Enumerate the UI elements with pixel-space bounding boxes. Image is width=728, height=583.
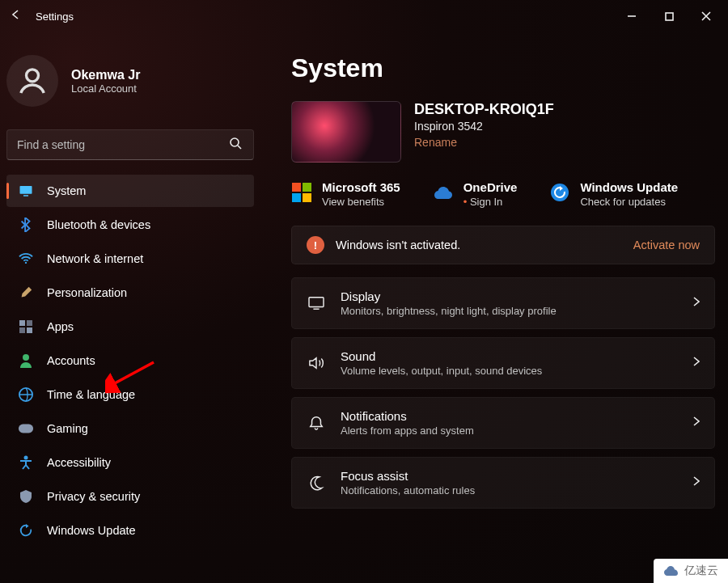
- svg-rect-0: [666, 13, 673, 20]
- moon-icon: [307, 475, 326, 491]
- shield-icon: [18, 488, 34, 505]
- tile-label: Windows Update: [580, 180, 678, 194]
- card-title: Focus assist: [341, 469, 475, 483]
- sidebar-item-apps[interactable]: Apps: [6, 311, 254, 343]
- sidebar-item-label: Windows Update: [47, 524, 136, 537]
- svg-point-5: [25, 262, 27, 264]
- alert-icon: !: [307, 236, 324, 254]
- update-icon: [549, 182, 570, 203]
- cloud-icon: [433, 182, 454, 203]
- sidebar-item-system[interactable]: System: [6, 175, 254, 207]
- settings-card-display[interactable]: DisplayMonitors, brightness, night light…: [291, 277, 715, 329]
- svg-point-2: [231, 138, 239, 146]
- sidebar-item-label: Accessibility: [47, 456, 111, 469]
- sidebar: Okemwa Jr Local Account SystemBluetooth …: [0, 32, 259, 583]
- tile-label: Microsoft 365: [322, 180, 400, 194]
- sidebar-item-privacy-security[interactable]: Privacy & security: [6, 480, 254, 513]
- sound-icon: [307, 356, 326, 370]
- accessibility-icon: [18, 454, 34, 471]
- sidebar-item-label: Accounts: [47, 354, 95, 367]
- sidebar-item-windows-update[interactable]: Windows Update: [6, 514, 254, 547]
- sidebar-item-label: Gaming: [47, 422, 88, 435]
- device-wallpaper-thumb: [291, 101, 401, 163]
- card-title: Notifications: [341, 409, 474, 423]
- search-input[interactable]: [7, 138, 218, 151]
- card-sub: Monitors, brightness, night light, displ…: [341, 305, 557, 317]
- minimize-button[interactable]: [613, 3, 650, 29]
- main-panel: System DESKTOP-KROIQ1F Inspiron 3542 Ren…: [259, 32, 728, 583]
- device-info: DESKTOP-KROIQ1F Inspiron 3542 Rename: [291, 101, 715, 163]
- gamepad-icon: [18, 420, 34, 437]
- settings-card-focus-assist[interactable]: Focus assistNotifications, automatic rul…: [291, 457, 715, 509]
- watermark: 亿速云: [654, 559, 728, 583]
- sidebar-item-network-internet[interactable]: Network & internet: [6, 243, 254, 275]
- activation-banner: ! Windows isn't activated. Activate now: [291, 226, 715, 264]
- display-icon: [307, 296, 326, 311]
- banner-text: Windows isn't activated.: [336, 239, 460, 251]
- window-title: Settings: [36, 11, 74, 23]
- chevron-right-icon: [692, 416, 700, 430]
- bluetooth-icon: [18, 217, 34, 233]
- settings-card-notifications[interactable]: NotificationsAlerts from apps and system: [291, 397, 715, 449]
- card-sub: Volume levels, output, input, sound devi…: [341, 365, 542, 377]
- quick-tiles: Microsoft 365 View benefits OneDrive Sig…: [291, 180, 715, 208]
- tile-sub: View benefits: [322, 196, 400, 208]
- close-icon: [701, 11, 711, 21]
- tile-windows-update[interactable]: Windows Update Check for updates: [549, 180, 678, 208]
- svg-rect-8: [19, 327, 25, 333]
- back-button[interactable]: [3, 9, 29, 23]
- person-icon: [18, 353, 34, 369]
- chevron-right-icon: [692, 296, 700, 311]
- sidebar-item-label: Apps: [47, 320, 74, 333]
- card-title: Display: [341, 289, 557, 303]
- tile-sub: Sign In: [463, 196, 518, 208]
- svg-rect-4: [23, 195, 28, 196]
- device-model: Inspiron 3542: [414, 120, 554, 133]
- settings-card-sound[interactable]: SoundVolume levels, output, input, sound…: [291, 337, 715, 389]
- user-name: Okemwa Jr: [71, 68, 140, 82]
- user-block[interactable]: Okemwa Jr Local Account: [6, 32, 254, 126]
- watermark-text: 亿速云: [684, 564, 718, 578]
- tile-sub: Check for updates: [580, 196, 678, 208]
- close-button[interactable]: [688, 3, 725, 29]
- sidebar-item-gaming[interactable]: Gaming: [6, 412, 254, 445]
- activate-link[interactable]: Activate now: [633, 239, 700, 251]
- brush-icon: [18, 285, 34, 301]
- tile-onedrive[interactable]: OneDrive Sign In: [433, 180, 518, 208]
- svg-point-13: [24, 456, 28, 460]
- arrow-left-icon: [11, 9, 22, 20]
- page-title: System: [291, 53, 715, 83]
- microsoft-logo-icon: [291, 182, 312, 203]
- sidebar-item-label: Personalization: [47, 286, 127, 299]
- sidebar-item-bluetooth-devices[interactable]: Bluetooth & devices: [6, 209, 254, 241]
- avatar: [6, 55, 58, 107]
- bell-icon: [307, 415, 326, 431]
- wifi-icon: [18, 251, 34, 267]
- sidebar-item-accounts[interactable]: Accounts: [6, 344, 254, 377]
- tile-microsoft365[interactable]: Microsoft 365 View benefits: [291, 180, 400, 208]
- sidebar-item-label: Bluetooth & devices: [47, 218, 150, 231]
- svg-rect-12: [19, 425, 33, 433]
- svg-rect-9: [27, 327, 32, 333]
- search-box[interactable]: [6, 129, 254, 160]
- sidebar-item-label: Privacy & security: [47, 490, 140, 503]
- card-sub: Alerts from apps and system: [341, 425, 474, 437]
- rename-link[interactable]: Rename: [414, 136, 457, 149]
- svg-rect-7: [27, 320, 32, 326]
- card-sub: Notifications, automatic rules: [341, 484, 475, 496]
- person-icon: [16, 65, 49, 97]
- watermark-icon: [663, 565, 679, 577]
- sidebar-item-accessibility[interactable]: Accessibility: [6, 446, 254, 479]
- svg-point-10: [23, 354, 29, 361]
- titlebar: Settings: [0, 0, 728, 32]
- tile-label: OneDrive: [463, 180, 518, 194]
- sidebar-item-time-language[interactable]: Time & language: [6, 378, 254, 411]
- sidebar-item-label: System: [47, 184, 86, 197]
- user-subtitle: Local Account: [71, 82, 140, 95]
- sidebar-item-personalization[interactable]: Personalization: [6, 277, 254, 309]
- maximize-button[interactable]: [650, 3, 688, 29]
- search-icon: [218, 137, 253, 153]
- sidebar-item-label: Network & internet: [47, 252, 143, 265]
- svg-rect-6: [19, 320, 25, 326]
- chevron-right-icon: [692, 475, 700, 490]
